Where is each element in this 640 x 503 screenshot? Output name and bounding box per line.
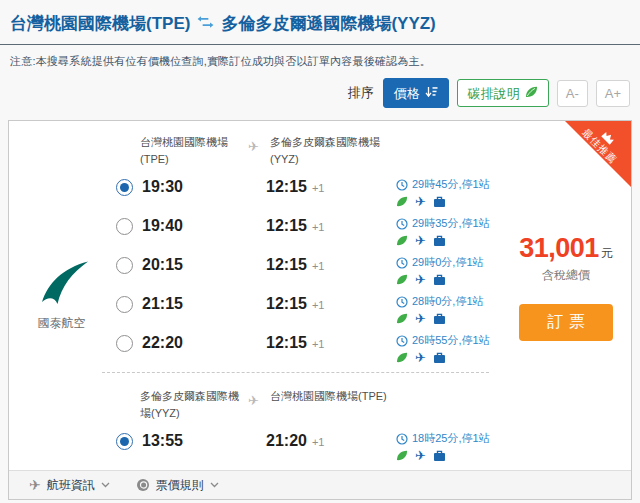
price-amount: 31,001 [519,233,599,263]
flight-radio[interactable] [116,296,133,313]
duration-block: 29時0分,停1站 ✈ [396,255,501,286]
page-title: 台灣桃園國際機場(TPE) 多倫多皮爾遜國際機場(YYZ) [0,0,640,44]
baggage-icon [433,352,446,364]
departure-time: 22:20 [142,333,266,352]
duration-block: 29時35分,停1站 ✈ [396,216,501,247]
flight-icon: ✈ [415,351,426,364]
baggage-icon [433,196,446,208]
flight-row[interactable]: 21:15 12:15+1 28時0分,停1站 ✈ [114,294,501,325]
duration-block: 29時45分,停1站 ✈ [396,177,501,208]
card-footer: ✈ 航班資訊 票價規則 [9,470,631,499]
fare-rules-link[interactable]: 票價規則 [136,477,219,494]
baggage-icon [433,313,446,325]
flight-radio[interactable] [116,335,133,352]
eco-leaf-icon [396,352,408,363]
flight-info-label: 航班資訊 [47,477,95,494]
plus-days: +1 [312,182,325,194]
flight-row[interactable]: 19:40 12:15+1 29時35分,停1站 ✈ [114,216,501,247]
cathay-pacific-logo-icon [34,260,90,310]
clock-icon [396,296,408,308]
flight-icon: ✈ [415,195,426,208]
flight-result-card: 最佳推薦 國泰航空 台灣桃園國際機場(TPE) ✈ 多倫多皮爾森國際機場(YYZ… [8,120,632,500]
departure-time: 20:15 [142,255,266,274]
flight-row[interactable]: 19:30 12:15+1 29時45分,停1站 ✈ [114,177,501,208]
eco-leaf-icon [396,196,408,207]
price-button-label: 價格 [394,87,420,100]
departure-time: 13:55 [142,431,266,450]
segment-divider [102,372,489,373]
plus-days: +1 [312,221,325,233]
flight-icon: ✈ [415,312,426,325]
plane-direction-icon: ✈ [248,134,270,168]
departure-time: 19:40 [142,216,266,235]
chevron-down-icon [101,482,110,488]
book-ticket-button[interactable]: 訂票 [519,304,613,341]
inbound-to-airport: 台灣桃園國際機場(TPE) [270,388,405,422]
eco-leaf-icon [396,450,408,461]
duration-text: 29時45分,停1站 [412,177,490,192]
arrival-time: 12:15 [266,217,307,234]
eco-leaf-icon [396,274,408,285]
arrival-time: 12:15 [266,295,307,312]
flight-radio[interactable] [116,218,133,235]
baggage-icon [433,235,446,247]
duration-block: 28時0分,停1站 ✈ [396,294,501,325]
duration-text: 29時0分,停1站 [412,255,484,270]
clock-icon [396,433,408,445]
eco-leaf-icon [396,235,408,246]
route-destination: 多倫多皮爾遜國際機場(YYZ) [221,12,435,35]
font-increase-button[interactable]: A+ [596,80,630,107]
flight-radio[interactable] [116,179,133,196]
duration-text: 28時0分,停1站 [412,294,484,309]
plus-days: +1 [312,299,325,311]
flight-icon: ✈ [415,449,426,462]
outbound-segment-header: 台灣桃園國際機場(TPE) ✈ 多倫多皮爾森國際機場(YYZ) [114,134,501,168]
baggage-icon [433,450,446,462]
clock-icon [396,257,408,269]
swap-arrows-icon [197,14,214,34]
leaf-icon [525,86,538,100]
duration-text: 29時35分,停1站 [412,216,490,231]
card-main: 國泰航空 台灣桃園國際機場(TPE) ✈ 多倫多皮爾森國際機場(YYZ) 19:… [9,121,631,470]
carbon-emission-info-button[interactable]: 碳排說明 [457,79,549,107]
price-note: 含稅總價 [542,267,590,284]
flight-info-link[interactable]: ✈ 航班資訊 [29,477,110,494]
sort-by-price-button[interactable]: 價格 [383,78,449,108]
baggage-icon [433,274,446,286]
fare-rules-label: 票價規則 [156,477,204,494]
font-decrease-button[interactable]: A- [557,80,588,107]
flight-row[interactable]: 20:15 12:15+1 29時0分,停1站 ✈ [114,255,501,286]
clock-icon [396,335,408,347]
clock-icon [396,179,408,191]
outbound-from-airport: 台灣桃園國際機場(TPE) [140,134,244,168]
arrival-time: 12:15 [266,256,307,273]
duration-text: 26時55分,停1站 [412,333,490,348]
plane-gray-icon: ✈ [29,478,41,492]
plane-direction-icon: ✈ [248,388,270,422]
arrival-time: 21:20 [266,432,307,449]
flight-radio[interactable] [116,257,133,274]
toolbar: 排序 價格 碳排說明 A- A+ [0,71,640,119]
flight-radio[interactable] [116,433,133,450]
plus-days: +1 [312,436,325,448]
notice-text: 注意:本搜尋系統提供有位有價機位查詢,實際訂位成功與否以訂單內容最後確認為主。 [0,45,640,71]
departure-time: 21:15 [142,294,266,313]
sort-label: 排序 [348,84,374,102]
clock-icon [396,218,408,230]
plus-days: +1 [312,338,325,350]
flights-column: 台灣桃園國際機場(TPE) ✈ 多倫多皮爾森國際機場(YYZ) 19:30 12… [114,121,501,470]
flight-row[interactable]: 13:55 21:20+1 18時25分,停1站 ✈ [114,431,501,462]
coin-icon [136,478,150,492]
outbound-to-airport: 多倫多皮爾森國際機場(YYZ) [270,134,405,168]
eco-leaf-icon [396,313,408,324]
inbound-from-airport: 多倫多皮爾森國際機場(YYZ) [140,388,244,422]
flight-icon: ✈ [415,234,426,247]
sort-descending-icon [425,86,438,100]
flight-icon: ✈ [415,273,426,286]
airline-column: 國泰航空 [9,121,114,470]
inbound-segment-header: 多倫多皮爾森國際機場(YYZ) ✈ 台灣桃園國際機場(TPE) [114,388,501,422]
chevron-down-icon [210,482,219,488]
airline-name: 國泰航空 [38,315,86,332]
arrival-time: 12:15 [266,178,307,195]
flight-row[interactable]: 22:20 12:15+1 26時55分,停1站 ✈ [114,333,501,364]
